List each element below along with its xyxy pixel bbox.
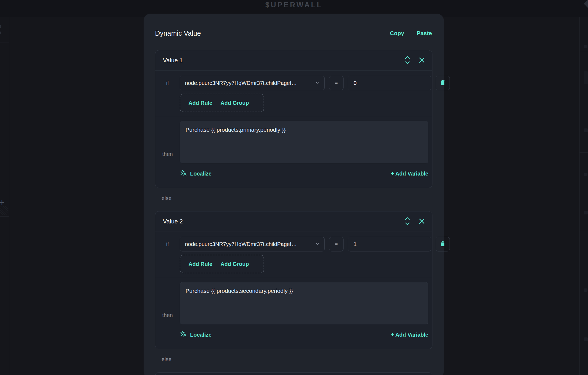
add-group-button[interactable]: Add Group	[221, 100, 249, 106]
localize-button[interactable]: Localize	[180, 170, 212, 178]
then-label: then	[162, 312, 173, 318]
superwall-logo: $UPERWALL	[0, 1, 588, 9]
translate-icon	[180, 170, 187, 178]
then-section: then Purchase {{ products.secondary.peri…	[155, 277, 432, 349]
condition-field-value: node.puurc3NR7yy7HqWDmr37t.childPageI…	[185, 241, 297, 247]
value-card-1-header: Value 1	[155, 50, 432, 71]
value-card-2-header: Value 2	[155, 211, 432, 232]
right-panel-fragment	[584, 71, 588, 84]
right-panel-divider	[579, 17, 580, 375]
value-card-title: Value 1	[163, 57, 183, 64]
then-section: then Purchase {{ products.primary.period…	[155, 116, 432, 188]
localize-label: Localize	[190, 171, 212, 177]
value-card-2: Value 2 if	[155, 211, 432, 349]
condition-field-select[interactable]: node.puurc3NR7yy7HqWDmr37t.childPageI…	[180, 76, 325, 90]
then-value-textarea[interactable]: Purchase {{ products.primary.periodly }}	[180, 121, 428, 163]
canvas-add-button[interactable]: +	[0, 198, 5, 207]
reorder-button[interactable]	[404, 56, 411, 66]
copy-button[interactable]: Copy	[390, 30, 404, 36]
then-rows: Purchase {{ products.primary.periodly }}…	[180, 121, 428, 188]
localize-label: Localize	[190, 332, 212, 338]
then-toolbar: Localize + Add Variable	[180, 331, 428, 339]
right-panel-fragment	[584, 288, 587, 292]
condition-row: node.puurc3NR7yy7HqWDmr37t.childPageI… =	[180, 237, 428, 251]
card-controls	[404, 217, 425, 227]
reorder-button[interactable]	[404, 217, 411, 227]
add-rule-group-box: Add Rule Add Group	[180, 94, 264, 112]
rule-rows: node.puurc3NR7yy7HqWDmr37t.childPageI… =	[180, 76, 428, 112]
modal-actions: Copy Paste	[390, 30, 432, 36]
right-panel-divider	[580, 230, 588, 230]
edge-icon	[0, 25, 1, 28]
condition-value-input[interactable]	[348, 237, 431, 251]
chevron-up-down-icon	[404, 56, 411, 66]
translate-icon	[180, 331, 187, 339]
condition-field-value: node.puurc3NR7yy7HqWDmr37t.childPageI…	[185, 80, 297, 86]
right-panel-fragment	[584, 45, 587, 48]
canvas-hatch-texture	[0, 206, 8, 215]
localize-button[interactable]: Localize	[180, 331, 212, 339]
add-rule-button[interactable]: Add Rule	[188, 100, 212, 106]
delete-rule-button[interactable]	[436, 237, 450, 251]
trash-icon	[440, 79, 446, 87]
operator-select[interactable]: =	[329, 76, 343, 90]
modal-title: Dynamic Value	[155, 29, 201, 37]
add-group-button[interactable]: Add Group	[221, 261, 249, 267]
dynamic-value-modal: Dynamic Value Copy Paste Value 1	[144, 14, 444, 375]
chevron-down-icon	[315, 80, 320, 86]
close-value-button[interactable]	[419, 218, 425, 225]
if-label-col: if	[155, 237, 180, 251]
close-value-button[interactable]	[419, 57, 425, 64]
value-card-3-partial	[155, 372, 432, 375]
if-label: if	[166, 241, 169, 247]
right-panel-fragment	[584, 337, 588, 341]
value-card-1: Value 1 if	[155, 50, 432, 188]
right-panel-divider	[580, 52, 588, 52]
condition-row: node.puurc3NR7yy7HqWDmr37t.childPageI… =	[180, 76, 428, 90]
canvas-horizontal-divider	[0, 216, 9, 217]
canvas-horizontal-divider	[0, 42, 9, 42]
then-rows: Purchase {{ products.secondary.periodly …	[180, 282, 428, 349]
chevron-down-icon	[315, 241, 320, 247]
right-panel-divider	[580, 152, 588, 153]
then-toolbar: Localize + Add Variable	[180, 170, 428, 177]
close-icon	[419, 57, 425, 64]
add-rule-group-box: Add Rule Add Group	[180, 255, 264, 273]
chevron-up-down-icon	[404, 217, 411, 227]
edge-icon	[0, 32, 1, 34]
value-card-title: Value 2	[163, 218, 183, 225]
if-label: if	[166, 80, 169, 86]
close-icon	[419, 218, 425, 225]
operator-select[interactable]: =	[329, 237, 343, 251]
card-controls	[404, 56, 425, 66]
canvas-left-divider	[9, 17, 9, 375]
right-panel-fragment	[584, 128, 588, 132]
condition-field-select[interactable]: node.puurc3NR7yy7HqWDmr37t.childPageI…	[180, 237, 325, 251]
add-variable-button[interactable]: + Add Variable	[391, 171, 428, 177]
right-panel-fragment	[584, 173, 587, 176]
right-panel-fragment	[584, 211, 588, 214]
condition-value-input[interactable]	[348, 76, 431, 90]
if-label-col: if	[155, 76, 180, 90]
rule-section: if node.puurc3NR7yy7HqWDmr37t.childPageI…	[155, 232, 432, 277]
add-rule-button[interactable]: Add Rule	[188, 261, 212, 267]
then-value-textarea[interactable]: Purchase {{ products.secondary.periodly …	[180, 282, 428, 324]
else-label: else	[155, 356, 432, 362]
modal-header: Dynamic Value Copy Paste	[155, 29, 432, 38]
then-label-col: then	[155, 121, 180, 188]
trash-icon	[440, 241, 446, 248]
add-variable-button[interactable]: + Add Variable	[391, 332, 428, 338]
paste-button[interactable]: Paste	[417, 30, 432, 36]
then-label: then	[162, 151, 173, 157]
then-label-col: then	[155, 282, 180, 349]
delete-rule-button[interactable]	[436, 76, 450, 90]
else-label: else	[155, 195, 432, 201]
rule-rows: node.puurc3NR7yy7HqWDmr37t.childPageI… =	[180, 237, 428, 273]
rule-section: if node.puurc3NR7yy7HqWDmr37t.childPageI…	[155, 71, 432, 116]
